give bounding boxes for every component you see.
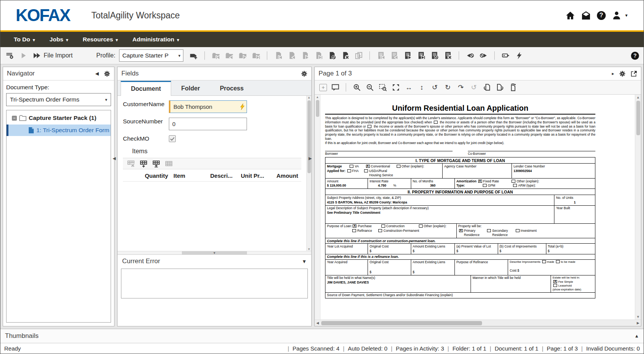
first-document-button[interactable] bbox=[273, 51, 283, 60]
tree-folder-row[interactable]: − Capture Starter Pack (1) bbox=[7, 110, 111, 121]
collapse-node-icon[interactable]: − bbox=[12, 116, 17, 121]
column-unit-price[interactable]: Unit Pr... bbox=[241, 172, 276, 179]
play-icon[interactable] bbox=[18, 51, 28, 60]
column-quantity[interactable]: Quantity bbox=[132, 172, 173, 179]
delete-row-button[interactable] bbox=[126, 159, 136, 168]
table-grid-button[interactable] bbox=[164, 159, 173, 168]
scroll-down-icon[interactable]: ▼ bbox=[307, 247, 311, 251]
previous-document-button[interactable] bbox=[287, 51, 296, 60]
scan-add-button[interactable] bbox=[189, 51, 198, 60]
menu-resources[interactable]: Resources▾ bbox=[75, 32, 125, 47]
tab-process[interactable]: Process bbox=[210, 82, 253, 95]
rotate-all-pages-button[interactable] bbox=[508, 83, 518, 92]
last-document-button[interactable] bbox=[314, 51, 323, 60]
fields-splitter[interactable]: ▼ bbox=[118, 251, 311, 255]
reject-page-button[interactable] bbox=[465, 51, 475, 60]
rotate-reset-button[interactable]: ↺ bbox=[469, 83, 479, 92]
fit-width-button[interactable]: ↔ bbox=[404, 83, 414, 92]
current-error-collapse-icon[interactable]: ▼ bbox=[302, 259, 307, 264]
force-validate-button[interactable] bbox=[514, 51, 524, 60]
viewer-left-scrollbar[interactable]: ▲ bbox=[315, 95, 320, 320]
rotate-page-left-button[interactable] bbox=[482, 83, 492, 92]
sourcenumber-input[interactable] bbox=[169, 118, 247, 130]
next-field-button[interactable] bbox=[403, 51, 412, 60]
profile-select[interactable]: Capture Starter P ▾ bbox=[119, 49, 183, 62]
mail-icon[interactable] bbox=[581, 11, 591, 20]
arm-checkbox bbox=[513, 184, 517, 187]
viewer-vertical-scrollbar[interactable]: ▲ ▼ bbox=[635, 95, 641, 320]
rotate-90-button[interactable]: ↷ bbox=[456, 83, 466, 92]
scroll-left-icon[interactable]: ◀ bbox=[316, 321, 319, 325]
toolbar-separator bbox=[369, 51, 370, 60]
tab-folder[interactable]: Folder bbox=[171, 82, 210, 95]
expand-viewer-icon[interactable]: ▶ bbox=[309, 156, 312, 161]
user-icon[interactable] bbox=[612, 11, 621, 20]
collapse-panel-icon[interactable]: ◀ bbox=[95, 71, 99, 76]
rotate-ccw-button[interactable]: ↺ bbox=[430, 83, 440, 92]
column-item[interactable]: Item bbox=[173, 172, 210, 179]
previous-field-button[interactable] bbox=[389, 51, 399, 60]
thumbnails-expand-icon[interactable]: ▲ bbox=[634, 333, 639, 339]
scroll-up-icon[interactable]: ▲ bbox=[307, 96, 311, 99]
tab-document[interactable]: Document bbox=[121, 81, 171, 96]
toolbar-help-icon[interactable]: ? bbox=[631, 52, 639, 60]
scroll-up-icon[interactable]: ▲ bbox=[636, 95, 640, 99]
column-amount[interactable]: Amount bbox=[276, 172, 298, 179]
status-separator: | bbox=[288, 345, 289, 352]
scroll-right-icon[interactable]: ▶ bbox=[637, 321, 639, 325]
menu-jobs[interactable]: Jobs▾ bbox=[42, 32, 75, 47]
reject-document-button[interactable] bbox=[479, 51, 488, 60]
document-page[interactable]: Uniform Residential Loan Application Thi… bbox=[320, 95, 635, 320]
delete-document-button[interactable] bbox=[327, 51, 337, 60]
collapse-navigator-icon[interactable]: ◀ bbox=[113, 156, 116, 161]
magnifier-toggle-icon[interactable]: + bbox=[319, 84, 327, 91]
zoom-select-button[interactable] bbox=[378, 83, 387, 92]
last-field-button[interactable] bbox=[416, 51, 426, 60]
customername-input[interactable] bbox=[169, 100, 247, 113]
help-icon[interactable]: ? bbox=[597, 11, 606, 20]
zoom-in-button[interactable] bbox=[352, 83, 361, 92]
first-folder-button[interactable] bbox=[211, 51, 221, 60]
add-row-button[interactable] bbox=[139, 159, 148, 168]
address-value: 4115 S BARTON, Mesa, AZ 85209 County: Ma… bbox=[327, 200, 552, 205]
splitter-collapse-icon[interactable]: ▼ bbox=[213, 251, 216, 255]
gear-icon[interactable] bbox=[301, 70, 307, 77]
next-panel-icon[interactable]: ▸ bbox=[612, 71, 614, 76]
viewer-horizontal-scrollbar[interactable]: ◀ ▶ bbox=[315, 320, 641, 326]
extract-page-button[interactable] bbox=[354, 51, 363, 60]
gear-icon[interactable] bbox=[619, 70, 626, 77]
fit-height-button[interactable]: ↕ bbox=[417, 83, 427, 92]
delete-document-x-button[interactable] bbox=[340, 51, 350, 60]
leasehold-checkbox bbox=[553, 284, 557, 287]
insert-row-button[interactable] bbox=[151, 159, 161, 168]
next-document-button[interactable] bbox=[300, 51, 310, 60]
rotate-page-right-button[interactable] bbox=[495, 83, 505, 92]
scan-settings-icon[interactable] bbox=[5, 51, 15, 60]
checkmo-checkbox[interactable] bbox=[169, 135, 176, 142]
last-folder-button[interactable] bbox=[251, 51, 261, 60]
menu-administration[interactable]: Administration▾ bbox=[125, 32, 186, 47]
annotation-icon[interactable] bbox=[330, 83, 340, 92]
user-menu-caret-icon[interactable]: ▾ bbox=[625, 13, 628, 18]
menu-to-do[interactable]: To Do▾ bbox=[7, 32, 42, 47]
tree-document-row-selected[interactable]: 1: Tri-Spectrum Order Form bbox=[7, 125, 111, 136]
current-error-box bbox=[121, 269, 308, 298]
clear-field-button[interactable] bbox=[430, 51, 439, 60]
fields-vertical-scrollbar[interactable]: ▲ ▼ bbox=[306, 96, 311, 251]
fast-forward-icon[interactable] bbox=[32, 51, 41, 60]
validation-button[interactable] bbox=[501, 51, 510, 60]
delete-field-button[interactable] bbox=[443, 51, 453, 60]
document-type-select[interactable]: Tri-Spectrum Order Forms ▾ bbox=[6, 93, 111, 106]
popout-icon[interactable] bbox=[631, 70, 637, 77]
scroll-up-icon[interactable]: ▲ bbox=[316, 95, 319, 99]
fit-page-button[interactable] bbox=[391, 83, 400, 92]
scroll-down-icon[interactable]: ▼ bbox=[636, 315, 640, 319]
home-icon[interactable] bbox=[566, 11, 575, 20]
first-field-button[interactable] bbox=[376, 51, 386, 60]
gear-icon[interactable] bbox=[104, 70, 110, 77]
rotate-cw-button[interactable]: ↻ bbox=[443, 83, 453, 92]
next-folder-button[interactable] bbox=[238, 51, 247, 60]
zoom-out-button[interactable] bbox=[365, 83, 374, 92]
previous-folder-button[interactable] bbox=[224, 51, 234, 60]
column-description[interactable]: Descri... bbox=[210, 172, 241, 179]
